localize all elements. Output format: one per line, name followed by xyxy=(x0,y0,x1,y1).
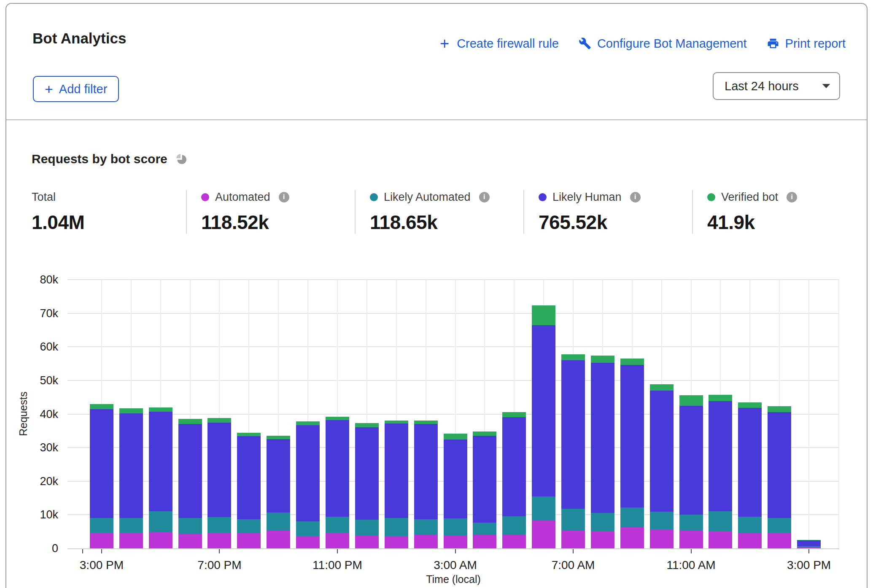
bar-2-00-pm[interactable] xyxy=(768,406,791,548)
bar-6-00-pm[interactable] xyxy=(178,419,202,548)
x-tick-label: 7:00 PM xyxy=(197,558,241,572)
section-title-text: Requests by bot score xyxy=(32,152,167,166)
bar-segment-verified-bot xyxy=(561,354,585,360)
bar-segment-likely-automated xyxy=(178,518,202,534)
bar-segment-automated xyxy=(444,535,467,548)
bar-segment-likely-automated xyxy=(207,517,231,533)
add-filter-button[interactable]: + Add filter xyxy=(33,76,119,102)
y-tick-label: 0 xyxy=(52,542,58,555)
bar-segment-likely-automated xyxy=(532,496,555,521)
bar-segment-likely-automated xyxy=(326,517,349,532)
bar-segment-likely-human xyxy=(502,417,526,517)
bar-segment-verified-bot xyxy=(355,423,379,427)
bar-8-00-pm[interactable] xyxy=(237,433,261,548)
bar-segment-likely-automated xyxy=(738,517,762,533)
bar-segment-likely-automated xyxy=(149,511,172,532)
bar-segment-verified-bot xyxy=(679,395,703,406)
bar-7-00-am[interactable] xyxy=(561,354,585,548)
gridline-horizontal xyxy=(67,346,839,347)
bar-segment-likely-human xyxy=(738,408,762,517)
stat-value: 765.52k xyxy=(539,211,692,234)
bar-segment-likely-human xyxy=(620,365,644,507)
bar-2-00-am[interactable] xyxy=(414,421,438,548)
bar-12-00-pm[interactable] xyxy=(709,395,732,548)
info-icon[interactable]: i xyxy=(279,192,289,202)
bar-segment-likely-human xyxy=(650,391,674,512)
bar-segment-automated xyxy=(149,532,172,548)
bar-segment-automated xyxy=(355,535,379,548)
action-link-configure-bot-management[interactable]: Configure Bot Management xyxy=(578,37,747,51)
action-label: Configure Bot Management xyxy=(597,37,747,51)
bar-segment-automated xyxy=(119,533,143,548)
bar-segment-automated xyxy=(650,529,674,548)
bar-segment-likely-human xyxy=(267,439,290,512)
bar-3-00-pm[interactable] xyxy=(90,404,113,548)
bar-segment-automated xyxy=(768,533,791,548)
bar-segment-likely-automated xyxy=(502,516,526,535)
action-label: Print report xyxy=(785,37,846,51)
bar-segment-automated xyxy=(207,533,231,548)
action-link-create-firewall-rule[interactable]: +Create firewall rule xyxy=(438,37,559,51)
bar-11-00-am[interactable] xyxy=(679,395,703,548)
stat-value: 118.65k xyxy=(370,211,523,234)
bar-segment-verified-bot xyxy=(90,404,113,409)
action-label: Create firewall rule xyxy=(457,37,559,51)
stat-label: Total xyxy=(32,191,56,204)
bar-segment-verified-bot xyxy=(768,406,791,412)
bar-segment-verified-bot xyxy=(738,402,762,408)
bar-segment-automated xyxy=(738,533,762,548)
bar-segment-likely-human xyxy=(532,325,555,496)
legend-dot xyxy=(707,193,715,201)
bar-8-00-am[interactable] xyxy=(591,356,614,548)
bar-segment-automated xyxy=(473,535,496,548)
bar-segment-verified-bot xyxy=(326,417,349,420)
bar-1-00-am[interactable] xyxy=(385,421,408,548)
info-icon[interactable]: i xyxy=(630,192,641,202)
x-axis-title: Time (local) xyxy=(67,573,839,585)
bar-segment-likely-automated xyxy=(473,523,496,535)
bar-11-00-pm[interactable] xyxy=(326,417,349,548)
bar-9-00-am[interactable] xyxy=(620,359,644,548)
bar-segment-likely-human xyxy=(768,412,791,518)
bar-12-00-am[interactable] xyxy=(355,423,379,548)
bar-segment-verified-bot xyxy=(709,395,732,401)
page-title: Bot Analytics xyxy=(32,30,126,47)
bar-4-00-pm[interactable] xyxy=(119,408,143,548)
gridline-vertical xyxy=(838,280,839,548)
action-link-print-report[interactable]: Print report xyxy=(766,37,846,51)
time-range-select[interactable]: Last 24 hours xyxy=(713,72,840,100)
bar-9-00-pm[interactable] xyxy=(267,436,290,549)
bar-10-00-am[interactable] xyxy=(650,384,674,548)
bar-5-00-am[interactable] xyxy=(502,412,526,548)
info-icon[interactable]: i xyxy=(479,192,490,202)
bar-4-00-am[interactable] xyxy=(473,432,496,548)
bar-6-00-am[interactable] xyxy=(532,305,555,548)
chart: Requests 010k20k30k40k50k60k70k80k 3:00 … xyxy=(6,280,867,588)
x-tick-label: 7:00 AM xyxy=(552,558,595,572)
bar-3-00-pm[interactable] xyxy=(797,540,821,548)
bar-3-00-am[interactable] xyxy=(444,434,467,548)
bar-segment-likely-automated xyxy=(355,520,379,535)
y-tick-label: 30k xyxy=(40,441,58,454)
bar-1-00-pm[interactable] xyxy=(738,402,762,548)
bar-10-00-pm[interactable] xyxy=(296,421,320,548)
x-tick-mark xyxy=(573,549,574,553)
bar-5-00-pm[interactable] xyxy=(149,407,172,548)
bar-segment-likely-human xyxy=(296,425,320,522)
bar-segment-automated xyxy=(296,536,320,548)
bar-segment-likely-automated xyxy=(650,512,674,529)
plus-icon: + xyxy=(45,83,53,95)
stats-row: Total1.04MAutomatedi118.52kLikely Automa… xyxy=(17,190,861,234)
legend-dot xyxy=(201,193,209,201)
bar-segment-automated xyxy=(532,520,555,548)
x-tick-mark xyxy=(101,549,102,553)
bar-segment-likely-automated xyxy=(385,518,408,536)
info-icon[interactable]: i xyxy=(787,192,797,202)
bar-segment-automated xyxy=(267,530,290,548)
bar-7-00-pm[interactable] xyxy=(207,418,231,548)
stat-automated: Automatedi118.52k xyxy=(186,190,355,234)
bar-segment-likely-human xyxy=(326,420,349,517)
x-tick-label: 3:00 AM xyxy=(434,558,477,572)
bar-segment-likely-human xyxy=(355,427,379,520)
bar-segment-likely-human xyxy=(709,401,732,511)
